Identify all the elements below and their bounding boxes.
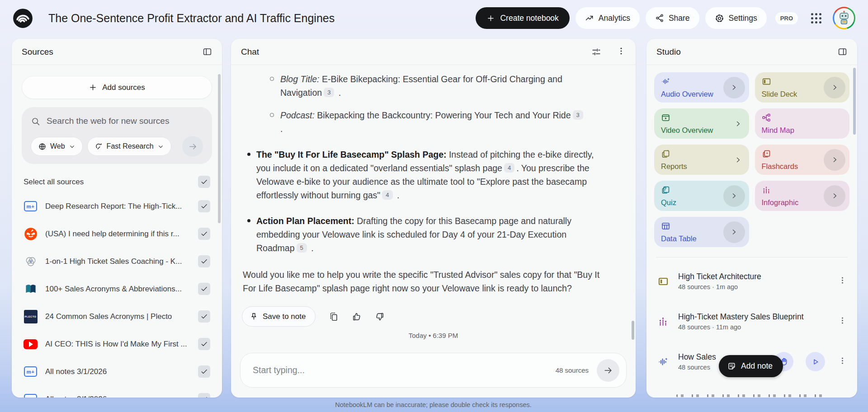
source-checkbox[interactable] xyxy=(198,338,210,350)
tile-mind-map[interactable]: Mind Map xyxy=(755,108,850,139)
chat-settings-tune-icon[interactable] xyxy=(591,47,601,57)
check-icon xyxy=(200,258,208,265)
slide-deck-icon xyxy=(762,77,771,86)
share-button[interactable]: Share xyxy=(646,7,699,29)
save-to-note-button[interactable]: Save to note xyxy=(242,306,316,327)
source-label: 24 Common Sales Acronyms | Plecto xyxy=(45,312,190,321)
source-checkbox[interactable] xyxy=(198,283,210,295)
search-submit-button[interactable] xyxy=(182,136,203,157)
tile-label: Flashcards xyxy=(762,162,798,171)
studio-note-row[interactable]: High Ticket Architecture 48 sources · 1m… xyxy=(654,261,849,301)
chevron-right-icon[interactable] xyxy=(723,77,745,98)
web-search-card: Web Fast Research xyxy=(22,107,212,164)
note-more-menu-icon[interactable] xyxy=(838,316,847,327)
analytics-button[interactable]: Analytics xyxy=(576,7,640,29)
tile-video-overview[interactable]: Video Overview xyxy=(654,108,749,139)
account-avatar[interactable] xyxy=(833,7,855,29)
chat-scrollbar[interactable] xyxy=(632,321,634,340)
web-filter-dropdown[interactable]: Web xyxy=(31,137,83,156)
trending-up-icon xyxy=(585,14,594,23)
thumbs-down-icon[interactable] xyxy=(375,312,385,322)
tile-reports[interactable]: Reports xyxy=(654,145,749,175)
sources-scrollbar[interactable] xyxy=(218,74,221,223)
source-row[interactable]: PLECTO 24 Common Sales Acronyms | Plecto xyxy=(19,303,215,330)
source-row[interactable]: 1-on-1 High Ticket Sales Coaching - K... xyxy=(19,248,215,275)
copy-icon[interactable] xyxy=(329,312,339,322)
collapse-sources-panel-icon[interactable] xyxy=(203,47,212,56)
select-all-label: Select all sources xyxy=(24,178,84,187)
create-notebook-label: Create notebook xyxy=(500,14,558,23)
studio-scrollbar[interactable] xyxy=(853,68,856,135)
studio-panel-title: Studio xyxy=(656,47,681,57)
google-apps-grid-icon[interactable] xyxy=(811,13,821,23)
note-more-menu-icon[interactable] xyxy=(838,356,847,367)
source-row[interactable]: m+ Deep Research Report: The High-Tick..… xyxy=(19,192,215,220)
source-checkbox[interactable] xyxy=(198,255,210,267)
add-sources-button[interactable]: Add sources xyxy=(22,76,212,99)
chevron-right-icon[interactable] xyxy=(723,185,745,207)
create-notebook-button[interactable]: Create notebook xyxy=(476,7,569,29)
chevron-right-icon[interactable] xyxy=(723,221,745,243)
chat-input[interactable] xyxy=(253,365,551,375)
source-label: 100+ Sales Acronyms & Abbreviations... xyxy=(45,285,190,294)
citation-chip[interactable]: 5 xyxy=(297,243,307,253)
citation-chip[interactable]: 3 xyxy=(573,110,583,120)
chevron-right-icon[interactable] xyxy=(734,120,742,127)
source-checkbox[interactable] xyxy=(198,228,210,240)
play-audio-button[interactable] xyxy=(806,352,825,371)
source-checkbox[interactable] xyxy=(198,365,210,378)
research-mode-dropdown[interactable]: Fast Research xyxy=(87,137,171,156)
tile-data-table[interactable]: Data Table xyxy=(654,217,749,247)
collapse-studio-panel-icon[interactable] xyxy=(838,47,847,56)
chevron-right-icon[interactable] xyxy=(824,185,845,207)
chat-panel-title: Chat xyxy=(241,47,259,57)
source-search-input[interactable] xyxy=(47,116,203,126)
tile-infographic[interactable]: Infographic xyxy=(755,181,850,211)
studio-tiles-grid: Audio Overview Slide Deck Video Overview xyxy=(654,72,849,247)
mind-map-icon xyxy=(762,113,771,122)
audio-waveform-icon xyxy=(661,77,670,86)
tile-flashcards[interactable]: Flashcards xyxy=(755,145,850,175)
tile-label: Video Overview xyxy=(661,126,713,135)
studio-note-row[interactable]: High-Ticket Mastery Sales Blueprint 48 s… xyxy=(654,301,849,342)
share-icon xyxy=(655,14,664,23)
citation-chip[interactable]: 3 xyxy=(324,88,334,97)
source-row[interactable]: m+ All notes 3/1/2026 xyxy=(19,385,215,398)
chevron-right-icon[interactable] xyxy=(824,77,845,98)
add-note-button[interactable]: Add note xyxy=(719,355,783,377)
source-checkbox[interactable] xyxy=(198,393,210,398)
infographic-bars-icon xyxy=(657,316,670,327)
tile-quiz[interactable]: ? Quiz xyxy=(654,181,749,211)
note-more-menu-icon[interactable] xyxy=(838,276,847,286)
tile-audio-overview[interactable]: Audio Overview xyxy=(654,72,749,103)
send-button[interactable] xyxy=(597,359,619,382)
chevron-right-icon[interactable] xyxy=(734,156,742,164)
source-row[interactable]: 100+ Sales Acronyms & Abbreviations... xyxy=(19,275,215,303)
notebook-title[interactable]: The One-Sentence Profit Extractor and AI… xyxy=(48,12,335,25)
header-actions: Create notebook Analytics Share Settings… xyxy=(476,7,855,29)
research-sparkle-search-icon xyxy=(94,142,103,151)
tile-slide-deck[interactable]: Slide Deck xyxy=(755,72,850,103)
citation-chip[interactable]: 4 xyxy=(504,163,514,173)
source-row[interactable]: m+ All notes 3/1/2026 xyxy=(19,358,215,385)
sources-panel-title: Sources xyxy=(22,47,53,57)
venn-circles-icon xyxy=(24,254,38,268)
source-checkbox[interactable] xyxy=(198,310,210,323)
source-row[interactable]: (USA) I need help determining if this r.… xyxy=(19,220,215,248)
audio-waveform-icon xyxy=(657,356,670,367)
select-all-checkbox[interactable] xyxy=(198,176,210,188)
hollow-bullet-icon xyxy=(270,113,274,117)
note-title: High Ticket Architecture xyxy=(678,272,830,281)
reports-icon xyxy=(661,149,670,159)
source-row[interactable]: AI CEO: THIS is How I'd Make My First ..… xyxy=(19,330,215,358)
chat-message-area: Blog Title: E-Bike Bikepacking: Essentia… xyxy=(231,65,636,398)
source-checkbox[interactable] xyxy=(198,200,210,212)
notebooklm-logo-icon[interactable] xyxy=(13,8,33,28)
chat-more-menu-icon[interactable] xyxy=(617,47,626,57)
video-player-icon xyxy=(661,113,670,122)
settings-button[interactable]: Settings xyxy=(705,7,767,29)
chevron-right-icon[interactable] xyxy=(824,149,845,171)
check-icon xyxy=(200,178,208,186)
citation-chip[interactable]: 4 xyxy=(382,190,392,200)
thumbs-up-icon[interactable] xyxy=(352,312,362,322)
